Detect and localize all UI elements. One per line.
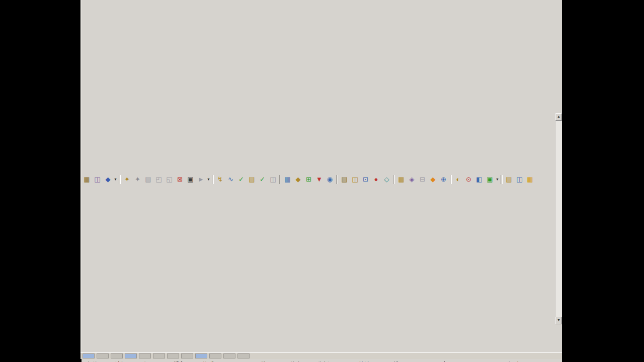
menu-item-1[interactable]: 文件(F) bbox=[82, 359, 110, 362]
verify-check-icon[interactable]: ✓ bbox=[236, 174, 247, 185]
green-grid-icon[interactable]: ▣ bbox=[485, 174, 495, 185]
toolbar-separator bbox=[119, 175, 121, 184]
cell-icon: ⊡ bbox=[363, 175, 368, 184]
listing-icon[interactable]: ▤ bbox=[247, 174, 257, 185]
sheet-icon[interactable]: ▤ bbox=[339, 174, 350, 185]
component-wrench-icon: ✦ bbox=[124, 175, 130, 184]
new-part-icon[interactable]: ▦ bbox=[82, 174, 92, 185]
toolbar-top: ▦◫◆▼✦✦▤◰◱⊠▣►▼↯∿✓▤✓◫▦◆⊞▼◉▤◫⊡●◇▦◈⊟◆⊕◐⊙◧▣▼▤… bbox=[82, 0, 562, 359]
menu-item-7[interactable]: 装配(A) bbox=[256, 359, 285, 362]
gem-icon[interactable]: ◈ bbox=[407, 174, 417, 185]
toolbar-separator bbox=[393, 175, 395, 184]
menu-item-3[interactable]: 视图(V) bbox=[139, 359, 169, 362]
component-delete-icon[interactable]: ⊠ bbox=[175, 174, 185, 185]
approve-icon[interactable]: ✓ bbox=[257, 174, 268, 185]
listing-icon: ▤ bbox=[249, 175, 255, 184]
green-grid-icon: ▣ bbox=[487, 175, 493, 184]
dot-red-icon[interactable]: ● bbox=[371, 174, 381, 185]
component-add-icon[interactable]: ✦ bbox=[132, 174, 143, 185]
component-gray2-icon[interactable]: ◱ bbox=[164, 174, 175, 185]
sheet-icon: ▤ bbox=[341, 175, 347, 184]
table-blue-icon[interactable]: ▦ bbox=[282, 174, 293, 185]
scroll-down-icon[interactable]: ▼ bbox=[555, 317, 562, 324]
blue-box-icon: ◆ bbox=[106, 175, 111, 184]
toolbar-separator bbox=[212, 175, 214, 184]
gold-part-icon[interactable]: ◆ bbox=[293, 174, 303, 185]
nx-application-window: ▦◫◆▼✦✦▤◰◱⊠▣►▼↯∿✓▤✓◫▦◆⊞▼◉▤◫⊡●◇▦◈⊟◆⊕◐⊙◧▣▼▤… bbox=[80, 0, 562, 358]
gold-grid-icon[interactable]: ▦ bbox=[525, 174, 535, 185]
toolbar-separator bbox=[336, 175, 338, 184]
list-gold-icon: ▤ bbox=[506, 175, 512, 184]
drop-red-icon[interactable]: ▼ bbox=[314, 174, 325, 185]
menu-item-4[interactable]: 插入(S) bbox=[169, 359, 198, 362]
component-info-icon[interactable]: ▣ bbox=[185, 174, 196, 185]
blue-box-icon[interactable]: ◆ bbox=[103, 174, 113, 185]
sequence-icon: ↯ bbox=[217, 175, 223, 184]
add-grid-icon[interactable]: ⊞ bbox=[303, 174, 314, 185]
menu-item-5[interactable]: 格式(R) bbox=[198, 359, 227, 362]
menu-item-12[interactable]: 窗口(O) bbox=[437, 359, 467, 362]
dropdown-arrow-icon[interactable]: ▼ bbox=[113, 175, 118, 184]
component-arrow-icon[interactable]: ► bbox=[196, 174, 206, 185]
doc-blue-icon: ◫ bbox=[516, 175, 522, 184]
component-info-icon: ▣ bbox=[187, 175, 193, 184]
menu-bar: 文件(F)编辑(E)视图(V)插入(S)格式(R)工具(T)装配(A)信息(I)… bbox=[82, 359, 562, 362]
menu-item-9[interactable]: 分析(L) bbox=[312, 359, 341, 362]
component-gray2-icon: ◱ bbox=[166, 175, 172, 184]
compare-doc-icon: ◫ bbox=[270, 175, 276, 184]
target-blue-icon: ◉ bbox=[327, 175, 333, 184]
orange-part-icon[interactable]: ◆ bbox=[428, 174, 438, 185]
half-icon[interactable]: ◐ bbox=[453, 174, 463, 185]
component-add-icon: ✦ bbox=[135, 175, 140, 184]
circle-red-icon: ⊙ bbox=[466, 175, 471, 184]
menu-item-10[interactable]: 首选项(P) bbox=[354, 359, 389, 362]
collapse-icon[interactable]: ⊟ bbox=[417, 174, 428, 185]
vertical-scrollbar[interactable]: ▲ ▼ bbox=[555, 113, 562, 324]
compare-doc-icon[interactable]: ◫ bbox=[268, 174, 278, 185]
window-icon[interactable]: ◫ bbox=[350, 174, 360, 185]
list-gold-icon[interactable]: ▤ bbox=[504, 174, 514, 185]
window-icon: ◫ bbox=[352, 175, 358, 184]
open-assembly-icon[interactable]: ◫ bbox=[92, 174, 103, 185]
diamond-teal-icon[interactable]: ◇ bbox=[381, 174, 392, 185]
gold-grid-icon: ▦ bbox=[527, 175, 533, 184]
cell-icon[interactable]: ⊡ bbox=[360, 174, 371, 185]
doc-blue-icon[interactable]: ◫ bbox=[514, 174, 525, 185]
target-blue-icon[interactable]: ◉ bbox=[325, 174, 335, 185]
shade-icon: ◧ bbox=[476, 175, 482, 184]
table-blue-icon: ▦ bbox=[284, 175, 290, 184]
dropdown-arrow-icon[interactable]: ▼ bbox=[495, 175, 500, 184]
verify-check-icon: ✓ bbox=[238, 175, 244, 184]
component-gray-icon: ◰ bbox=[155, 175, 162, 184]
component-copy-icon[interactable]: ▤ bbox=[143, 174, 153, 185]
toolbar-separator bbox=[501, 175, 503, 184]
orange-part-icon: ◆ bbox=[431, 175, 436, 184]
diamond-teal-icon: ◇ bbox=[384, 175, 389, 184]
drop-red-icon: ▼ bbox=[316, 175, 323, 184]
dropdown-arrow-icon[interactable]: ▼ bbox=[206, 175, 211, 184]
open-assembly-icon: ◫ bbox=[94, 175, 100, 184]
component-delete-icon: ⊠ bbox=[177, 175, 183, 184]
menu-item-14[interactable]: 帮助(H) bbox=[503, 359, 533, 362]
half-icon: ◐ bbox=[456, 175, 460, 184]
component-wrench-icon[interactable]: ✦ bbox=[122, 174, 132, 185]
approve-icon: ✓ bbox=[260, 175, 265, 184]
sequence-icon[interactable]: ↯ bbox=[215, 174, 225, 185]
component-arrow-icon: ► bbox=[198, 175, 204, 184]
menu-item-13[interactable]: GC工具箱 bbox=[467, 359, 503, 362]
taskbar[interactable] bbox=[80, 352, 562, 359]
menu-item-11[interactable]: 浩强工具v2.58 bbox=[389, 359, 437, 362]
toolbar-separator bbox=[450, 175, 452, 184]
menu-item-6[interactable]: 工具(T) bbox=[227, 359, 256, 362]
plus-circle-icon[interactable]: ⊕ bbox=[438, 174, 449, 185]
grid-gold-icon[interactable]: ▦ bbox=[396, 174, 407, 185]
component-gray-icon[interactable]: ◰ bbox=[153, 174, 164, 185]
scroll-up-icon[interactable]: ▲ bbox=[555, 113, 562, 121]
shade-icon[interactable]: ◧ bbox=[474, 174, 485, 185]
menu-item-2[interactable]: 编辑(E) bbox=[110, 359, 139, 362]
gem-icon: ◈ bbox=[410, 175, 415, 184]
plus-circle-icon: ⊕ bbox=[441, 175, 446, 184]
menu-item-8[interactable]: 信息(I) bbox=[285, 359, 312, 362]
reorder-icon[interactable]: ∿ bbox=[225, 174, 236, 185]
circle-red-icon[interactable]: ⊙ bbox=[463, 174, 474, 185]
